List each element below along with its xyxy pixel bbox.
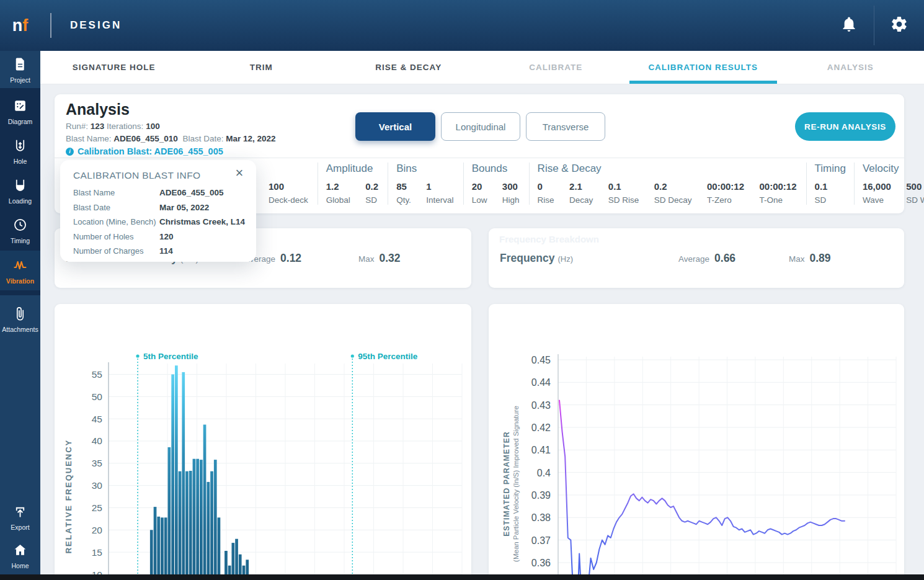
vertical-button[interactable]: Vertical bbox=[355, 112, 435, 141]
frequency-max: Max0.89 bbox=[789, 252, 831, 265]
frequency-average: Average0.66 bbox=[678, 252, 735, 265]
percentile-label: 95th Percentile bbox=[358, 352, 418, 361]
popup-rows: Blast NameADE06_455_005 Blast DateMar 05… bbox=[73, 185, 249, 259]
tab-signature-hole[interactable]: SIGNATURE HOLE bbox=[40, 51, 188, 84]
histogram-bar bbox=[164, 517, 167, 580]
histogram-y-tick: 40 bbox=[92, 435, 103, 446]
workflow-tabs: SIGNATURE HOLE TRIM RISE & DECAY CALIBRA… bbox=[40, 51, 924, 84]
tab-trim[interactable]: TRIM bbox=[188, 51, 335, 84]
histogram-bar bbox=[207, 482, 210, 580]
calibration-blast-link[interactable]: i Calibration Blast: ADE06_455_005 bbox=[66, 146, 223, 156]
histogram-bar bbox=[193, 459, 196, 580]
sidebar-item-vibration[interactable]: Vibration bbox=[0, 251, 40, 290]
sidebar-item-label: Project bbox=[10, 76, 30, 84]
line-chart-y-tick: 0.38 bbox=[531, 512, 551, 523]
popup-row-location: Location (Mine, Bench)Christmas Creek, L… bbox=[73, 215, 249, 230]
document-icon bbox=[12, 56, 28, 74]
histogram-bar bbox=[189, 471, 192, 580]
param-group-bounds: Bounds 20Low 300High bbox=[463, 163, 529, 205]
histogram-bar bbox=[214, 460, 217, 580]
sidebar-item-hole[interactable]: Hole bbox=[0, 132, 40, 171]
longitudinal-button[interactable]: Longitudinal bbox=[441, 112, 520, 141]
sidebar-item-home[interactable]: Home bbox=[0, 537, 40, 575]
sidebar-item-label: Home bbox=[11, 562, 29, 569]
app-title: DESIGN bbox=[70, 19, 122, 32]
histogram-bar bbox=[154, 507, 157, 580]
popup-row-holes: Number of Holes120 bbox=[73, 230, 249, 244]
histogram-y-tick: 30 bbox=[92, 480, 103, 491]
sidebar-item-timing[interactable]: Timing bbox=[0, 211, 40, 251]
sidebar-spacer bbox=[0, 344, 40, 498]
sidebar-item-diagram[interactable]: Diagram bbox=[0, 92, 40, 132]
histogram-bar bbox=[185, 471, 189, 580]
histogram-y-tick: 15 bbox=[92, 547, 102, 558]
logo-letter-n: n bbox=[12, 16, 23, 35]
sidebar-item-label: Diagram bbox=[8, 118, 33, 125]
histogram-bar bbox=[218, 517, 221, 580]
percentile-label: 5th Percentile bbox=[143, 352, 198, 361]
line-chart-y-tick: 0.44 bbox=[531, 377, 551, 388]
line-chart-y-axis-label: ESTIMATED PARAMETER (Mean Particle Veloc… bbox=[502, 406, 520, 562]
param-group-deck: 100 Deck-deck bbox=[260, 163, 318, 205]
frequency-summary-card: Frequency Breakdown Frequency(Hz) Averag… bbox=[489, 228, 904, 288]
popup-row-blast-date: Blast DateMar 05, 2022 bbox=[73, 200, 249, 215]
sidebar-nav: Project Diagram Hole Loading Timing Vibr… bbox=[0, 51, 40, 580]
settings-button[interactable] bbox=[874, 0, 924, 51]
line-chart-y-tick: 0.36 bbox=[531, 558, 551, 568]
sidebar-item-label: Hole bbox=[14, 158, 27, 165]
logo-letter-f: f bbox=[22, 16, 28, 35]
info-icon: i bbox=[66, 148, 74, 156]
histogram-bar bbox=[182, 372, 185, 580]
param-group-timing: Timing 0.1SD bbox=[806, 163, 854, 205]
line-chart-y-tick: 0.37 bbox=[531, 535, 551, 546]
frequency-breakdown-ghost-label: Frequency Breakdown bbox=[499, 234, 599, 244]
tab-calibrate[interactable]: CALIBRATE bbox=[482, 51, 630, 84]
popup-row-blast-name: Blast NameADE06_455_005 bbox=[73, 185, 249, 200]
sidebar-item-attachments[interactable]: Attachments bbox=[0, 295, 40, 344]
ppv-max: Max0.32 bbox=[358, 252, 401, 265]
param-group-amplitude: Amplitude 1.2Global 0.2SD bbox=[318, 163, 388, 205]
histogram-bar bbox=[161, 517, 164, 580]
histogram-bar bbox=[150, 530, 153, 580]
transverse-button[interactable]: Transverse bbox=[526, 112, 605, 141]
rerun-analysis-button[interactable]: RE-RUN ANALYSIS bbox=[795, 112, 895, 141]
sidebar-item-label: Export bbox=[11, 524, 29, 531]
histogram-bar bbox=[203, 425, 207, 580]
line-chart-y-tick: 0.39 bbox=[531, 490, 551, 501]
calibration-blast-info-popup: CALIBRATION BLAST INFO × Blast NameADE06… bbox=[60, 160, 256, 262]
diagram-icon bbox=[12, 98, 28, 116]
component-toggle-group: Vertical Longitudinal Transverse bbox=[355, 112, 605, 141]
hole-icon bbox=[12, 138, 28, 156]
sidebar-item-label: Timing bbox=[11, 237, 30, 244]
sidebar-item-loading[interactable]: Loading bbox=[0, 171, 40, 211]
estimated-parameter-chart-card: 0.450.440.430.420.410.40.390.380.370.36 … bbox=[489, 304, 904, 580]
export-icon bbox=[12, 504, 28, 522]
histogram-bar bbox=[210, 471, 213, 580]
sidebar-item-export[interactable]: Export bbox=[0, 498, 40, 537]
histogram-chart: 555045403530252015105th Percentile95th P… bbox=[55, 304, 471, 580]
tab-calibration-results[interactable]: CALIBRATION RESULTS bbox=[629, 51, 777, 84]
histogram-bar bbox=[200, 460, 203, 580]
line-chart-y-tick: 0.42 bbox=[531, 422, 551, 433]
param-group-velocity: Velocity 16,000Wave 500SD Wave bbox=[854, 163, 924, 205]
histogram-bar bbox=[175, 365, 178, 580]
percentile-dot bbox=[136, 354, 139, 357]
histogram-y-tick: 35 bbox=[92, 458, 102, 468]
tab-rise-decay[interactable]: RISE & DECAY bbox=[335, 51, 482, 84]
tab-analysis[interactable]: ANALYSIS bbox=[777, 51, 924, 84]
popup-row-charges: Number of Charges114 bbox=[73, 244, 249, 259]
close-icon[interactable]: × bbox=[231, 165, 247, 181]
sidebar-item-label: Vibration bbox=[6, 277, 34, 285]
header-divider bbox=[55, 158, 904, 158]
notifications-button[interactable] bbox=[824, 0, 874, 51]
histogram-y-tick: 25 bbox=[92, 502, 102, 513]
sidebar-item-project[interactable]: Project bbox=[0, 51, 40, 88]
frequency-title: Frequency(Hz) bbox=[500, 252, 573, 265]
param-group-rise-decay: Rise & Decay 0Rise 2.1Decay 0.1SD Rise 0… bbox=[529, 163, 806, 205]
parameters-row: 100 Deck-deck Amplitude 1.2Global 0.2SD … bbox=[260, 163, 924, 205]
bell-icon bbox=[840, 16, 858, 35]
logo-divider bbox=[50, 13, 51, 38]
line-chart-y-tick: 0.43 bbox=[531, 400, 551, 411]
home-icon bbox=[12, 542, 28, 560]
sidebar-item-label: Attachments bbox=[2, 326, 38, 333]
